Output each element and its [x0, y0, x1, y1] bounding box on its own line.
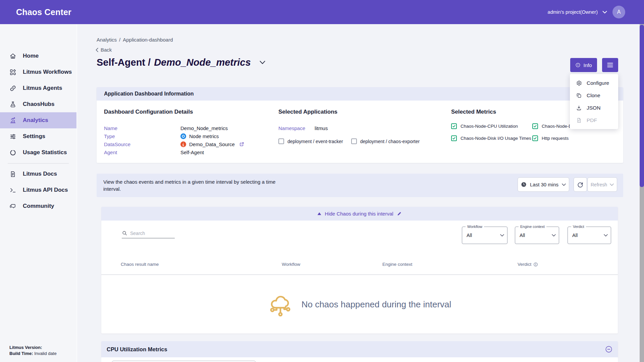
file-icon	[576, 117, 582, 123]
sidebar-item-label: Litmus Agents	[23, 85, 62, 92]
cpu-section-title: CPU Utilization Metrics	[107, 346, 167, 353]
version-info: Litmus Version: Build Time: Invalid date	[9, 345, 57, 357]
sidebar-item-label: Community	[23, 203, 54, 209]
refresh-interval-select[interactable]: Refresh	[587, 177, 617, 192]
project-switcher[interactable]: admin's project(Owner)	[548, 9, 607, 15]
sidebar-item-label: Settings	[23, 133, 45, 140]
checkbox-disk-io-times[interactable]	[451, 135, 457, 141]
time-interval-bar: View the chaos events and metrics in a g…	[97, 174, 623, 197]
time-range-select[interactable]: Last 30 mins	[518, 177, 569, 192]
build-time-value: Invalid date	[33, 351, 57, 356]
workflow-filter-select[interactable]: Workflow All	[462, 227, 507, 244]
workflows-icon	[9, 69, 16, 76]
cpu-metric-select-partial[interactable]	[112, 361, 256, 362]
hamburger-icon	[607, 63, 613, 67]
sidebar-item-usage-statistics[interactable]: Usage Statistics	[0, 144, 76, 161]
dashboard-menu-button[interactable]	[602, 58, 618, 72]
sidebar-nav: Home Litmus Workflows Litmus Agents Chao…	[0, 24, 76, 214]
scrollbar-thumb[interactable]	[640, 25, 644, 187]
menu-item-json[interactable]: JSON	[570, 102, 618, 114]
back-button[interactable]: Back	[95, 47, 112, 53]
filter-label: Verdict	[571, 225, 586, 229]
chevron-down-icon	[552, 234, 556, 237]
sidebar-item-label: Home	[23, 53, 39, 59]
sidebar-item-analytics[interactable]: Analytics	[0, 112, 76, 128]
hide-chaos-label: Hide Chaos during this interval	[325, 211, 393, 217]
checkbox-row: deployment / event-tracker	[278, 138, 343, 144]
dashboard-switcher-chevron-icon[interactable]	[260, 61, 265, 64]
pencil-icon[interactable]	[397, 211, 402, 216]
filter-value: All	[572, 233, 578, 238]
panel-title: Application Dashboard Information	[104, 91, 194, 97]
external-link-icon[interactable]	[239, 141, 245, 147]
config-rows: Name Demo_Node_metrics Type Node metrics	[104, 124, 271, 156]
panel-body: Dashboard Configuration Details Name Dem…	[97, 101, 623, 163]
menu-item-pdf[interactable]: PDF	[570, 114, 618, 126]
filter-label: Workflow	[466, 225, 484, 229]
sidebar-item-litmus-agents[interactable]: Litmus Agents	[0, 80, 76, 96]
node-metrics-icon	[180, 133, 186, 139]
menu-item-clone[interactable]: Clone	[570, 89, 618, 102]
main-content: Analytics/Application-dashboard Back Sel…	[77, 24, 640, 362]
breadcrumb-separator: /	[119, 37, 120, 43]
checkbox-row: Chaos-Node-CPU Utilization	[451, 123, 532, 129]
cloud-circuit-icon	[268, 292, 293, 317]
hide-chaos-toggle[interactable]: Hide Chaos during this interval	[101, 207, 618, 221]
column-engine-context: Engine context	[382, 262, 412, 267]
menu-item-label: PDF	[587, 117, 597, 123]
clone-icon	[576, 93, 582, 99]
download-icon	[576, 105, 582, 111]
chevron-left-icon	[95, 48, 99, 52]
prometheus-icon	[180, 141, 186, 147]
sidebar-item-label: Analytics	[23, 117, 48, 124]
checkbox-http-requests[interactable]	[532, 135, 538, 141]
sidebar-item-community[interactable]: Community	[0, 198, 76, 214]
section-title: Dashboard Configuration Details	[104, 109, 271, 115]
gear-icon	[576, 80, 582, 86]
namespace-value: litmus	[315, 125, 328, 131]
info-circle-icon[interactable]	[533, 262, 538, 267]
checkbox-row: Http requests	[532, 135, 623, 141]
checkbox-cpu-utilization[interactable]	[451, 123, 457, 129]
sidebar-item-chaoshubs[interactable]: ChaosHubs	[0, 96, 76, 112]
search-input[interactable]	[130, 231, 170, 236]
time-range-value: Last 30 mins	[530, 182, 558, 187]
sidebar-item-litmus-workflows[interactable]: Litmus Workflows	[0, 64, 76, 80]
search-icon	[122, 230, 127, 236]
chevron-down-icon	[500, 234, 504, 237]
info-button[interactable]: Info	[570, 58, 597, 72]
breadcrumb-application-dashboard[interactable]: Application-dashboard	[123, 37, 173, 43]
cpu-utilization-section-header: CPU Utilization Metrics	[101, 341, 618, 357]
agent-name: Self-Agent /	[97, 57, 151, 68]
checkbox-event-tracker[interactable]	[278, 138, 284, 144]
refresh-now-button[interactable]	[574, 177, 587, 192]
column-workflow: Workflow	[282, 262, 300, 267]
docs-icon	[9, 171, 16, 178]
config-row-agent: Agent Self-Agent	[104, 148, 271, 156]
refresh-label: Refresh	[591, 182, 607, 187]
search-box	[122, 230, 175, 238]
dashboard-configuration-details: Dashboard Configuration Details Name Dem…	[97, 101, 271, 163]
sidebar-item-home[interactable]: Home	[0, 48, 76, 64]
engine-context-filter-select[interactable]: Engine context All	[515, 227, 559, 244]
sidebar-item-litmus-api-docs[interactable]: Litmus API Docs	[0, 182, 76, 198]
chevron-down-icon	[610, 183, 614, 186]
collapse-minus-icon[interactable]	[605, 346, 612, 353]
sidebar-item-label: Litmus Docs	[23, 171, 57, 177]
menu-item-label: JSON	[587, 105, 600, 111]
top-bar: Chaos Center admin's project(Owner) A	[0, 0, 644, 24]
build-time-label: Build Time:	[9, 351, 33, 356]
sidebar-item-label: ChaosHubs	[23, 101, 54, 108]
community-icon	[9, 203, 16, 210]
breadcrumb-analytics[interactable]: Analytics	[97, 37, 117, 43]
checkbox-disk-io-rw[interactable]	[532, 123, 538, 129]
sidebar-item-settings[interactable]: Settings	[0, 128, 76, 144]
chevron-down-icon	[562, 183, 566, 186]
breadcrumb: Analytics/Application-dashboard	[97, 37, 173, 43]
menu-item-configure[interactable]: Configure	[570, 77, 618, 89]
avatar[interactable]: A	[612, 6, 625, 18]
sidebar-item-label: Litmus API Docs	[23, 187, 68, 193]
sidebar-item-litmus-docs[interactable]: Litmus Docs	[0, 166, 76, 182]
checkbox-chaos-exporter[interactable]	[351, 138, 357, 144]
verdict-filter-select[interactable]: Verdict All	[568, 227, 611, 244]
